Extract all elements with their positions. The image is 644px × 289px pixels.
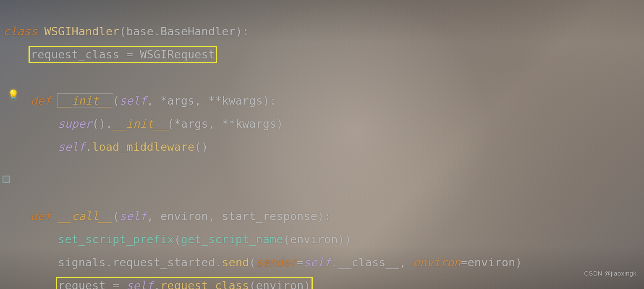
- ref-signals: signals: [58, 256, 106, 269]
- watermark-text: CSDN @jiaoxingk: [584, 262, 636, 285]
- dunder-init: __init__: [58, 94, 113, 107]
- keyword-def: def: [31, 94, 51, 107]
- kwarg-sender: sender: [256, 256, 297, 269]
- init-name-box: __init__: [58, 94, 113, 107]
- call-send: send: [222, 256, 249, 269]
- call-set-script-prefix: set_script_prefix: [58, 233, 174, 246]
- param-self: self: [119, 94, 147, 107]
- param-environ: environ: [160, 210, 208, 223]
- code-editor-content[interactable]: class WSGIHandler(base.BaseHandler): req…: [3, 20, 522, 289]
- kwarg-environ: environ: [413, 256, 461, 269]
- highlight-box-request-assignment: request = self.request_class(environ): [58, 279, 311, 289]
- param-args: *args: [160, 94, 194, 107]
- call-request-class: request_class: [160, 279, 249, 289]
- attr-name: request_class: [31, 48, 119, 61]
- ref-self: self: [58, 140, 85, 153]
- attr-value: WSGIRequest: [140, 48, 215, 61]
- class-name: WSGIHandler: [45, 25, 120, 38]
- param-kwargs: **kwargs: [208, 94, 263, 107]
- builtin-super: super: [58, 117, 92, 130]
- keyword-def: def: [31, 210, 51, 223]
- call-get-script-name: get_script_name: [181, 233, 283, 246]
- param-start-response: start_response: [222, 210, 317, 223]
- var-request: request: [58, 279, 106, 289]
- base-module: base: [126, 25, 154, 38]
- keyword-class: class: [3, 25, 37, 38]
- ref-request-started: request_started: [113, 256, 215, 269]
- highlight-box-request-class-decl: request_class = WSGIRequest: [31, 48, 215, 61]
- dunder-call: __call__: [58, 210, 113, 223]
- call-load-middleware: load_middleware: [92, 140, 194, 153]
- base-class-name: BaseHandler: [160, 25, 236, 38]
- call-init: __init__: [113, 117, 167, 130]
